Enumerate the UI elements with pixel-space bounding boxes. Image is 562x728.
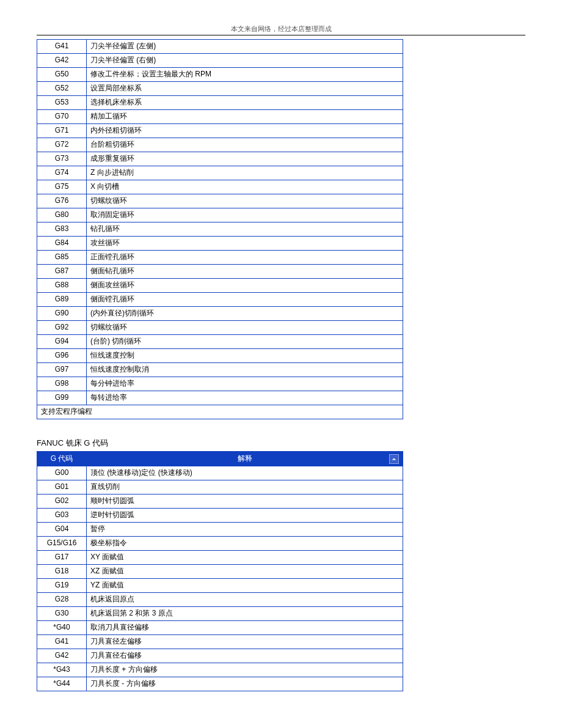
desc-cell: 切螺纹循环: [87, 321, 403, 335]
table-row: *G43刀具长度 + 方向偏移: [37, 663, 403, 677]
table-row: G76切螺纹循环: [37, 194, 403, 208]
table-row: G01直线切削: [37, 480, 403, 495]
code-cell: *G40: [37, 621, 87, 635]
desc-cell: 攻丝循环: [87, 237, 403, 251]
table-row: G71内外径粗切循环: [37, 124, 403, 138]
code-cell: G89: [37, 293, 87, 307]
desc-cell: YZ 面赋值: [87, 579, 403, 593]
table-row: *G44刀具长度 - 方向偏移: [37, 677, 403, 691]
code-cell: G02: [37, 495, 87, 509]
desc-cell: 机床返回第 2 和第 3 原点: [87, 607, 403, 621]
table-row: G84攻丝循环: [37, 237, 403, 251]
table-row: G41刀具直径左偏移: [37, 635, 403, 649]
desc-cell: 刀具长度 + 方向偏移: [87, 663, 403, 677]
page-header-caption: 本文来自网络，经过本店整理而成: [37, 24, 525, 34]
collapse-button[interactable]: [389, 454, 399, 464]
table-row: G96恒线速度控制: [37, 349, 403, 363]
code-cell: G71: [37, 124, 87, 138]
code-cell: G70: [37, 110, 87, 124]
code-cell: G92: [37, 321, 87, 335]
table-row: G90(内外直径)切削循环: [37, 307, 403, 321]
desc-cell: (内外直径)切削循环: [87, 307, 403, 321]
code-cell: G52: [37, 82, 87, 96]
table-row: G52设置局部坐标系: [37, 82, 403, 96]
desc-cell: 取消固定循环: [87, 208, 403, 222]
section-title-fanuc-mill: FANUC 铣床 G 代码: [37, 438, 525, 449]
table-row: G53选择机床坐标系: [37, 96, 403, 110]
desc-cell: Z 向步进钻削: [87, 166, 403, 180]
table-row: G70精加工循环: [37, 110, 403, 124]
table-row: G74Z 向步进钻削: [37, 166, 403, 180]
code-cell: G87: [37, 265, 87, 279]
table-row: G99每转进给率: [37, 391, 403, 405]
code-cell: G72: [37, 138, 87, 152]
desc-cell: 正面镗孔循环: [87, 251, 403, 265]
code-cell: G73: [37, 152, 87, 166]
desc-cell: 修改工件坐标；设置主轴最大的 RPM: [87, 68, 403, 82]
desc-cell: 直线切削: [87, 480, 403, 495]
table-row: G73成形重复循环: [37, 152, 403, 166]
table-row: G87侧面钻孔循环: [37, 265, 403, 279]
desc-cell: 钻孔循环: [87, 222, 403, 237]
table-row: G94(台阶) 切削循环: [37, 335, 403, 349]
code-cell: G84: [37, 237, 87, 251]
desc-cell: 取消刀具直径偏移: [87, 621, 403, 635]
desc-cell: 恒线速度控制取消: [87, 363, 403, 377]
desc-cell: 侧面攻丝循环: [87, 279, 403, 293]
code-cell: G76: [37, 194, 87, 208]
table-footer-cell: 支持宏程序编程: [37, 405, 403, 419]
desc-cell: 侧面钻孔循环: [87, 265, 403, 279]
code-cell: G96: [37, 349, 87, 363]
table-row: G80取消固定循环: [37, 208, 403, 222]
code-cell: G18: [37, 565, 87, 579]
table-row: G97恒线速度控制取消: [37, 363, 403, 377]
desc-cell: (台阶) 切削循环: [87, 335, 403, 349]
table-row: G30机床返回第 2 和第 3 原点: [37, 607, 403, 621]
code-cell: G19: [37, 579, 87, 593]
table-footer-row: 支持宏程序编程: [37, 405, 403, 419]
desc-cell: 恒线速度控制: [87, 349, 403, 363]
gcode-table-1: G41刀尖半径偏置 (左侧)G42刀尖半径偏置 (右侧)G50修改工件坐标；设置…: [37, 39, 403, 419]
table-row: G42刀具直径右偏移: [37, 649, 403, 663]
code-cell: G42: [37, 54, 87, 68]
table-header-row: G 代码 解释: [37, 452, 403, 466]
table-row: G50修改工件坐标；设置主轴最大的 RPM: [37, 68, 403, 82]
code-cell: G04: [37, 523, 87, 537]
code-cell: G97: [37, 363, 87, 377]
code-cell: G99: [37, 391, 87, 405]
table-row: G89侧面镗孔循环: [37, 293, 403, 307]
code-cell: *G43: [37, 663, 87, 677]
code-cell: G98: [37, 377, 87, 391]
table-row: G17XY 面赋值: [37, 551, 403, 565]
desc-cell: 刀具长度 - 方向偏移: [87, 677, 403, 691]
code-cell: G50: [37, 68, 87, 82]
code-cell: G75: [37, 180, 87, 194]
code-cell: G90: [37, 307, 87, 321]
page: 本文来自网络，经过本店整理而成 G41刀尖半径偏置 (左侧)G42刀尖半径偏置 …: [0, 0, 562, 728]
table-row: *G40取消刀具直径偏移: [37, 621, 403, 635]
table-row: G02顺时针切圆弧: [37, 495, 403, 509]
header-desc: 解释: [87, 452, 403, 466]
table-row: G85正面镗孔循环: [37, 251, 403, 265]
desc-cell: 逆时针切圆弧: [87, 509, 403, 523]
desc-cell: 选择机床坐标系: [87, 96, 403, 110]
desc-cell: XZ 面赋值: [87, 565, 403, 579]
table-row: G15/G16极坐标指令: [37, 537, 403, 551]
table-row: G04暂停: [37, 523, 403, 537]
code-cell: G17: [37, 551, 87, 565]
table-row: G98每分钟进给率: [37, 377, 403, 391]
table-row: G18XZ 面赋值: [37, 565, 403, 579]
code-cell: G03: [37, 509, 87, 523]
table-row: G03逆时针切圆弧: [37, 509, 403, 523]
desc-cell: 内外径粗切循环: [87, 124, 403, 138]
table-row: G42刀尖半径偏置 (右侧): [37, 54, 403, 68]
code-cell: G28: [37, 593, 87, 607]
desc-cell: XY 面赋值: [87, 551, 403, 565]
desc-cell: 精加工循环: [87, 110, 403, 124]
desc-cell: X 向切槽: [87, 180, 403, 194]
table-row: G19YZ 面赋值: [37, 579, 403, 593]
chevron-up-icon: [392, 457, 396, 461]
code-cell: G80: [37, 208, 87, 222]
desc-cell: 设置局部坐标系: [87, 82, 403, 96]
desc-cell: 切螺纹循环: [87, 194, 403, 208]
